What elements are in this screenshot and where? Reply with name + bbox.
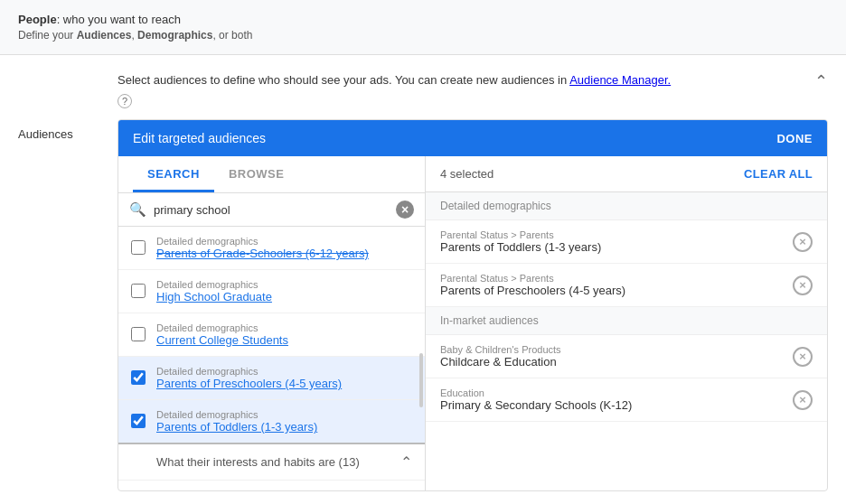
result-text: Detailed demographics Current College St… [156, 322, 288, 347]
expand-chevron-button[interactable]: ⌃ [400, 453, 412, 471]
help-icon[interactable]: ? [118, 94, 132, 108]
selected-item-category: Parental Status > Parents [440, 229, 601, 240]
result-label: Current College Students [156, 333, 288, 347]
people-who: : who you want to reach [57, 13, 181, 26]
audiences-label: Audiences [18, 73, 99, 491]
people-title: People: who you want to reach [18, 13, 828, 26]
selected-item-category: Parental Status > Parents [440, 273, 625, 284]
result-category: Detailed demographics [156, 236, 369, 247]
subtitle: Define your Audiences, Demographics, or … [18, 29, 828, 42]
scroll-indicator [419, 353, 423, 407]
list-item[interactable]: Detailed demographics Parents of Prescho… [118, 357, 425, 400]
list-item[interactable]: Detailed demographics Parents of Toddler… [118, 400, 425, 444]
selected-item-label: Primary & Secondary Schools (K-12) [440, 398, 632, 412]
done-button[interactable]: DONE [776, 132, 813, 145]
result-text: Detailed demographics Parents of Grade-S… [156, 236, 369, 260]
result-category: Detailed demographics [156, 366, 342, 377]
audiences-bold: Audiences [77, 29, 132, 42]
result-category: Detailed demographics [156, 409, 317, 420]
right-panel: 4 selected CLEAR ALL Detailed demographi… [426, 156, 827, 490]
checkbox-wrap[interactable] [131, 284, 147, 300]
selected-item: Education Primary & Secondary Schools (K… [426, 378, 827, 422]
result-category: Detailed demographics [156, 322, 288, 333]
list-item[interactable]: Detailed demographics Current College St… [118, 313, 425, 357]
search-row: 🔍 × [118, 193, 425, 227]
remove-item-button[interactable]: × [793, 275, 813, 295]
people-label: People [18, 13, 57, 26]
expand-text: What their interests and habits are (13) [156, 455, 391, 469]
checkbox-wrap[interactable] [131, 240, 147, 257]
checkbox-item-5[interactable] [131, 414, 146, 428]
search-input[interactable] [154, 203, 389, 217]
selected-item-label: Childcare & Education [440, 355, 561, 369]
selected-item-label: Parents of Preschoolers (4-5 years) [440, 284, 625, 297]
selected-item-text: Baby & Children's Products Childcare & E… [440, 344, 561, 369]
tab-browse[interactable]: BROWSE [214, 156, 299, 192]
selected-count: 4 selected [440, 167, 494, 181]
checkbox-item-3[interactable] [131, 327, 146, 341]
left-panel: SEARCH BROWSE 🔍 × [118, 156, 426, 490]
checkbox-item-4[interactable] [131, 370, 146, 385]
description-text: Select audiences to define who should se… [118, 73, 671, 87]
result-label: Parents of Preschoolers (4-5 years) [156, 377, 342, 390]
selected-item-category: Baby & Children's Products [440, 344, 561, 355]
remove-item-button[interactable]: × [793, 390, 813, 410]
right-section: Select audiences to define who should se… [118, 73, 828, 491]
selected-group-header-1: Detailed demographics [426, 192, 827, 220]
checkbox-item-2[interactable] [131, 284, 146, 298]
selected-item-category: Education [440, 387, 632, 398]
clear-all-button[interactable]: CLEAR ALL [744, 167, 813, 181]
checkbox-wrap[interactable] [131, 414, 147, 430]
tab-search[interactable]: SEARCH [133, 156, 214, 192]
selected-item-label: Parents of Toddlers (1-3 years) [440, 240, 601, 254]
dialog-box: Edit targeted audiences DONE SEARCH BROW… [118, 119, 828, 491]
result-category: Detailed demographics [156, 279, 272, 290]
result-text: Detailed demographics High School Gradua… [156, 279, 272, 303]
result-text: Detailed demographics Parents of Toddler… [156, 409, 317, 434]
expandable-row[interactable]: What their interests and habits are (13)… [118, 444, 425, 481]
collapse-button[interactable]: ⌃ [814, 73, 828, 89]
selected-item-text: Parental Status > Parents Parents of Pre… [440, 273, 625, 297]
selected-item-text: Education Primary & Secondary Schools (K… [440, 387, 632, 412]
dialog-body: SEARCH BROWSE 🔍 × [118, 156, 827, 490]
dialog-header: Edit targeted audiences DONE [118, 120, 827, 156]
selected-item-text: Parental Status > Parents Parents of Tod… [440, 229, 601, 254]
checkbox-wrap[interactable] [131, 370, 147, 387]
remove-item-button[interactable]: × [793, 232, 813, 252]
checkbox-item-1[interactable] [131, 240, 146, 255]
result-label: Parents of Grade-Schoolers (6-12 years) [156, 247, 369, 260]
result-label: Parents of Toddlers (1-3 years) [156, 420, 317, 434]
clear-search-button[interactable]: × [396, 201, 414, 219]
selected-header: 4 selected CLEAR ALL [426, 156, 827, 192]
results-list: Detailed demographics Parents of Grade-S… [118, 227, 425, 490]
result-category: Custom affinity audiences: auto-created [156, 490, 332, 490]
checkbox-wrap[interactable] [131, 327, 147, 343]
selected-item: Baby & Children's Products Childcare & E… [426, 335, 827, 378]
dialog-title: Edit targeted audiences [133, 131, 266, 145]
top-bar: People: who you want to reach Define you… [0, 0, 846, 55]
list-item[interactable]: Detailed demographics Parents of Grade-S… [118, 227, 425, 270]
result-text: Detailed demographics Parents of Prescho… [156, 366, 342, 390]
search-icon: 🔍 [129, 201, 146, 218]
selected-item: Parental Status > Parents Parents of Pre… [426, 264, 827, 307]
remove-item-button[interactable]: × [793, 347, 813, 367]
result-label: High School Graduate [156, 290, 272, 303]
description-row: Select audiences to define who should se… [118, 73, 828, 108]
tabs-row: SEARCH BROWSE [118, 156, 425, 193]
list-item[interactable]: Custom affinity audiences: auto-created … [118, 481, 425, 490]
result-text: Custom affinity audiences: auto-created … [156, 490, 332, 490]
selected-group-header-2: In-market audiences [426, 307, 827, 335]
audience-manager-link[interactable]: Audience Manager. [569, 73, 671, 87]
main-content: Audiences Select audiences to define who… [0, 55, 846, 504]
demographics-bold: Demographics [137, 29, 212, 42]
list-item[interactable]: Detailed demographics High School Gradua… [118, 270, 425, 313]
selected-item: Parental Status > Parents Parents of Tod… [426, 220, 827, 264]
